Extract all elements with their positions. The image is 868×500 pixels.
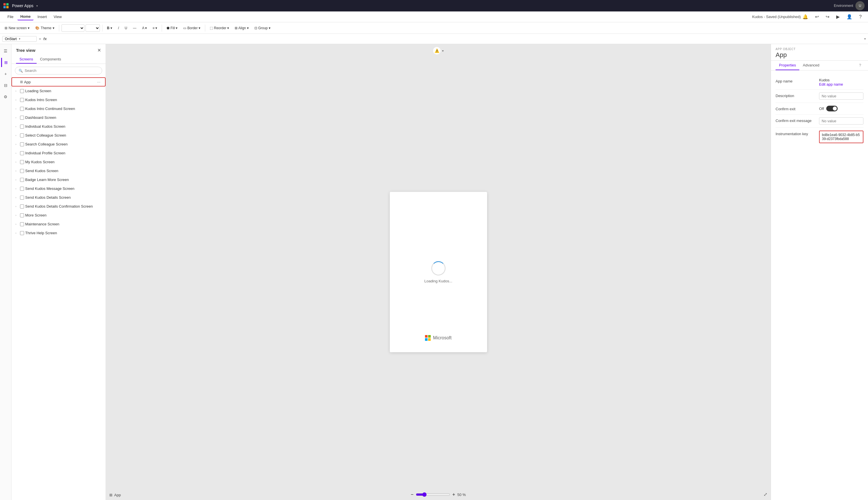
individual-profile-label: Individual Profile Screen [25, 151, 102, 155]
tree-item-select-colleague[interactable]: › Select Colleague Screen [11, 131, 106, 140]
redo-button[interactable]: ↪ [824, 13, 831, 21]
tree-item-more[interactable]: › More Screen [11, 211, 106, 220]
individual-kudos-checkbox[interactable] [20, 125, 24, 128]
tree-item-dashboard[interactable]: › Dashboard Screen [11, 113, 106, 122]
dashboard-checkbox[interactable] [20, 116, 24, 120]
search-colleague-checkbox[interactable] [20, 142, 24, 146]
badge-learn-more-chevron-icon: › [15, 179, 19, 181]
tree-item-send-kudos-confirmation[interactable]: › Send Kudos Details Confirmation Screen [11, 202, 106, 211]
thrive-help-label: Thrive Help Screen [25, 231, 102, 235]
tree-item-individual-profile[interactable]: › Individual Profile Screen [11, 149, 106, 158]
strikethrough-button[interactable]: — [130, 25, 139, 31]
layers-icon-button[interactable]: ⊞ [1, 58, 10, 67]
send-kudos-details-checkbox[interactable] [20, 196, 24, 200]
more-checkbox[interactable] [20, 213, 24, 217]
description-input[interactable] [819, 92, 864, 100]
data-icon-button[interactable]: ⊟ [1, 81, 10, 90]
font-family-dropdown[interactable] [61, 24, 84, 32]
font-color-button[interactable]: A ▾ [140, 25, 149, 31]
kudos-intro-cont-checkbox[interactable] [20, 107, 24, 111]
tools-icon-button[interactable]: ⚙ [1, 92, 10, 101]
tab-properties[interactable]: Properties [776, 61, 799, 70]
tree-item-kudos-intro[interactable]: › Kudos Intro Screen [11, 95, 106, 104]
app-more-icon[interactable]: ··· [96, 80, 102, 84]
send-kudos-conf-checkbox[interactable] [20, 204, 24, 208]
new-screen-button[interactable]: ⊞ New screen ▾ [2, 25, 32, 31]
select-colleague-checkbox[interactable] [20, 134, 24, 137]
menu-view[interactable]: View [51, 13, 65, 20]
maintenance-checkbox[interactable] [20, 222, 24, 226]
send-kudos-msg-checkbox[interactable] [20, 187, 24, 191]
play-button[interactable]: ▶ [834, 13, 841, 21]
warning-icon[interactable]: ⚠️ [433, 47, 441, 54]
align-button[interactable]: ≡ ▾ [150, 25, 160, 31]
kudos-intro-checkbox[interactable] [20, 98, 24, 102]
avatar[interactable]: U [855, 1, 865, 10]
undo-button[interactable]: ↩ [813, 13, 821, 21]
font-size-dropdown[interactable] [85, 24, 100, 32]
menu-home[interactable]: Home [17, 13, 34, 20]
badge-learn-more-checkbox[interactable] [20, 178, 24, 182]
menu-file[interactable]: File [4, 13, 16, 20]
tree-item-loading[interactable]: › Loading Screen [11, 87, 106, 95]
plus-icon-button[interactable]: + [1, 69, 10, 78]
tree-item-kudos-intro-continued[interactable]: › Kudos Intro Continued Screen [11, 104, 106, 113]
notifications-button[interactable]: 🔔 [801, 13, 810, 21]
formula-expand-icon[interactable]: ▾ [864, 37, 866, 41]
tree-item-send-kudos[interactable]: › Send Kudos Screen [11, 166, 106, 175]
badge-learn-more-label: Badge Learn More Screen [25, 178, 102, 182]
bold-button[interactable]: B ▾ [105, 25, 115, 31]
fill-button[interactable]: ⬟ Fill ▾ [164, 25, 180, 31]
theme-button[interactable]: 🎨 Theme ▾ [33, 25, 56, 31]
underline-button[interactable]: U [122, 25, 130, 31]
tree-item-maintenance[interactable]: › Maintenance Screen [11, 220, 106, 228]
tree-item-thrive-help[interactable]: › Thrive Help Screen [11, 228, 106, 237]
loading-checkbox[interactable] [20, 89, 24, 93]
align-objects-button[interactable]: ⊞ Align ▾ [232, 25, 251, 31]
tree-item-search-colleague[interactable]: › Search Colleague Screen [11, 140, 106, 149]
prop-row-confirm-exit: Confirm exit Off [776, 103, 864, 115]
canvas-area: ⚠️ ▾ Loading Kudos... Microsoft ⊞ App − … [106, 44, 771, 500]
italic-button[interactable]: / [116, 25, 121, 31]
zoom-in-button[interactable]: + [453, 492, 455, 497]
help-button[interactable]: ? [857, 13, 864, 21]
microsoft-grid-icon [425, 335, 431, 341]
tree-item-send-kudos-message[interactable]: › Send Kudos Message Screen [11, 184, 106, 193]
reorder-button[interactable]: ⬚ Reorder ▾ [208, 25, 231, 31]
tab-screens[interactable]: Screens [16, 55, 37, 64]
my-kudos-checkbox[interactable] [20, 160, 24, 164]
fullscreen-button[interactable]: ⤢ [764, 492, 767, 497]
instrumentation-key-prop-label: Instrumentation key [776, 130, 816, 136]
property-dropdown[interactable]: OnStart ▾ [2, 36, 37, 42]
instrumentation-key-prop-value[interactable]: bd8e1ea6-9032-4b85-b539-d2373fbda588 [819, 130, 864, 143]
tree-item-app[interactable]: ⊞ App ··· [11, 77, 106, 87]
zoom-slider[interactable] [416, 492, 450, 497]
search-input[interactable] [25, 68, 98, 73]
app-name-chevron-icon[interactable]: ▾ [36, 4, 38, 8]
tab-components[interactable]: Components [37, 55, 65, 64]
tree-item-individual-kudos[interactable]: › Individual Kudos Screen [11, 122, 106, 131]
tree-item-my-kudos[interactable]: › My Kudos Screen [11, 158, 106, 166]
menu-icon-button[interactable]: ☰ [1, 46, 10, 56]
warning-chevron-icon[interactable]: ▾ [442, 49, 444, 53]
border-button[interactable]: ▭ Border ▾ [181, 25, 203, 31]
thrive-help-checkbox[interactable] [20, 231, 24, 235]
menu-insert[interactable]: Insert [35, 13, 50, 20]
tab-advanced[interactable]: Advanced [799, 61, 823, 70]
confirm-exit-toggle-label: Off [819, 106, 824, 111]
group-button[interactable]: ⊡ Group ▾ [252, 25, 273, 31]
confirm-exit-msg-input[interactable] [819, 117, 864, 125]
zoom-out-button[interactable]: − [411, 492, 413, 497]
formula-input[interactable] [49, 36, 861, 42]
help-icon[interactable]: ? [857, 61, 864, 70]
confirm-exit-toggle[interactable] [826, 106, 838, 111]
toolbar: ⊞ New screen ▾ 🎨 Theme ▾ B ▾ / U — A ▾ ≡… [0, 22, 868, 34]
tree-search-box[interactable]: 🔍 [15, 67, 102, 75]
send-kudos-checkbox[interactable] [20, 169, 24, 173]
tree-item-badge-learn-more[interactable]: › Badge Learn More Screen [11, 175, 106, 184]
tree-item-send-kudos-details[interactable]: › Send Kudos Details Screen [11, 193, 106, 202]
user-button[interactable]: 👤 [845, 13, 854, 21]
tree-close-button[interactable]: ✕ [97, 47, 101, 53]
individual-profile-checkbox[interactable] [20, 151, 24, 155]
edit-app-name-link[interactable]: Edit app name [819, 82, 843, 87]
